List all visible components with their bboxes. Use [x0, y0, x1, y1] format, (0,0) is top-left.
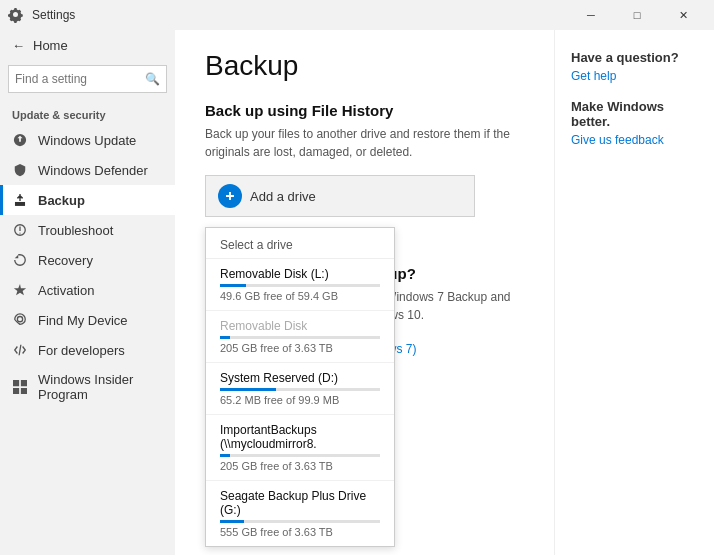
sidebar-item-label-for-developers: For developers [38, 343, 125, 358]
drive-progress-bar-1 [220, 336, 230, 339]
windows-insider-icon [12, 379, 28, 395]
sidebar-item-activation[interactable]: Activation [0, 275, 175, 305]
add-drive-container: Add a drive Select a drive Removable Dis… [205, 175, 475, 217]
main-content: Backup Back up using File History Back u… [175, 30, 554, 555]
sidebar-item-label-troubleshoot: Troubleshoot [38, 223, 113, 238]
get-help-link[interactable]: Get help [571, 69, 698, 83]
for-developers-icon [12, 342, 28, 358]
search-input[interactable] [15, 72, 145, 86]
drive-size-2: 65.2 MB free of 99.9 MB [220, 394, 380, 406]
sidebar-item-windows-update[interactable]: Windows Update [0, 125, 175, 155]
sidebar-item-troubleshoot[interactable]: Troubleshoot [0, 215, 175, 245]
search-icon: 🔍 [145, 72, 160, 86]
maximize-button[interactable]: □ [614, 0, 660, 30]
sidebar-item-label-windows-update: Windows Update [38, 133, 136, 148]
drive-option-1[interactable]: Removable Disk 205 GB free of 3.63 TB [206, 311, 394, 363]
drive-option-0[interactable]: Removable Disk (L:) 49.6 GB free of 59.4… [206, 259, 394, 311]
drive-progress-bar-2 [220, 388, 276, 391]
drive-progress-4 [220, 520, 380, 523]
backup-icon [12, 192, 28, 208]
drive-progress-bar-4 [220, 520, 244, 523]
sidebar-item-label-windows-defender: Windows Defender [38, 163, 148, 178]
sidebar-item-find-my-device[interactable]: Find My Device [0, 305, 175, 335]
minimize-button[interactable]: ─ [568, 0, 614, 30]
add-drive-icon [218, 184, 242, 208]
sidebar-item-windows-defender[interactable]: Windows Defender [0, 155, 175, 185]
drive-size-3: 205 GB free of 3.63 TB [220, 460, 380, 472]
titlebar-left: Settings [8, 7, 75, 23]
drive-progress-3 [220, 454, 380, 457]
back-label: Home [33, 38, 68, 53]
file-history-title: Back up using File History [205, 102, 524, 119]
settings-icon [8, 7, 24, 23]
windows-update-icon [12, 132, 28, 148]
file-history-desc: Back up your files to another drive and … [205, 125, 524, 161]
give-feedback-link[interactable]: Give us feedback [571, 133, 698, 147]
back-button[interactable]: ← Home [0, 30, 175, 61]
titlebar-controls: ─ □ ✕ [568, 0, 706, 30]
drive-name-4: Seagate Backup Plus Drive (G:) [220, 489, 380, 517]
recovery-icon [12, 252, 28, 268]
drive-option-4[interactable]: Seagate Backup Plus Drive (G:) 555 GB fr… [206, 481, 394, 546]
search-box[interactable]: 🔍 [8, 65, 167, 93]
right-panel: Have a question? Get help Make Windows b… [554, 30, 714, 555]
add-drive-label: Add a drive [250, 189, 316, 204]
drive-name-3: ImportantBackups (\\mycloudmirror8. [220, 423, 380, 451]
sidebar-item-label-recovery: Recovery [38, 253, 93, 268]
activation-icon [12, 282, 28, 298]
sidebar-item-label-activation: Activation [38, 283, 94, 298]
drive-name-1: Removable Disk [220, 319, 380, 333]
sidebar: ← Home 🔍 Update & security Windows Updat… [0, 30, 175, 555]
dropdown-header: Select a drive [206, 228, 394, 259]
add-drive-button[interactable]: Add a drive [205, 175, 475, 217]
sidebar-item-label-backup: Backup [38, 193, 85, 208]
titlebar-title: Settings [32, 8, 75, 22]
have-question-title: Have a question? [571, 50, 698, 65]
drive-option-3[interactable]: ImportantBackups (\\mycloudmirror8. 205 … [206, 415, 394, 481]
drive-progress-bar-3 [220, 454, 230, 457]
drive-progress-1 [220, 336, 380, 339]
drive-size-4: 555 GB free of 3.63 TB [220, 526, 380, 538]
find-my-device-icon [12, 312, 28, 328]
close-button[interactable]: ✕ [660, 0, 706, 30]
svg-point-2 [17, 317, 22, 322]
make-better-title: Make Windows better. [571, 99, 698, 129]
sidebar-item-for-developers[interactable]: For developers [0, 335, 175, 365]
sidebar-item-recovery[interactable]: Recovery [0, 245, 175, 275]
titlebar: Settings ─ □ ✕ [0, 0, 714, 30]
windows-defender-icon [12, 162, 28, 178]
drive-name-2: System Reserved (D:) [220, 371, 380, 385]
back-icon: ← [12, 38, 25, 53]
drive-dropdown: Select a drive Removable Disk (L:) 49.6 … [205, 227, 395, 547]
app-body: ← Home 🔍 Update & security Windows Updat… [0, 30, 714, 555]
drive-size-1: 205 GB free of 3.63 TB [220, 342, 380, 354]
drive-name-0: Removable Disk (L:) [220, 267, 380, 281]
troubleshoot-icon [12, 222, 28, 238]
sidebar-item-label-windows-insider: Windows Insider Program [38, 372, 163, 402]
drive-size-0: 49.6 GB free of 59.4 GB [220, 290, 380, 302]
drive-progress-0 [220, 284, 380, 287]
page-title: Backup [205, 50, 524, 82]
drive-option-2[interactable]: System Reserved (D:) 65.2 MB free of 99.… [206, 363, 394, 415]
sidebar-item-windows-insider[interactable]: Windows Insider Program [0, 365, 175, 409]
sidebar-item-label-find-my-device: Find My Device [38, 313, 128, 328]
drive-progress-2 [220, 388, 380, 391]
sidebar-item-backup[interactable]: Backup [0, 185, 175, 215]
drive-progress-bar-0 [220, 284, 246, 287]
sidebar-section-title: Update & security [0, 101, 175, 125]
